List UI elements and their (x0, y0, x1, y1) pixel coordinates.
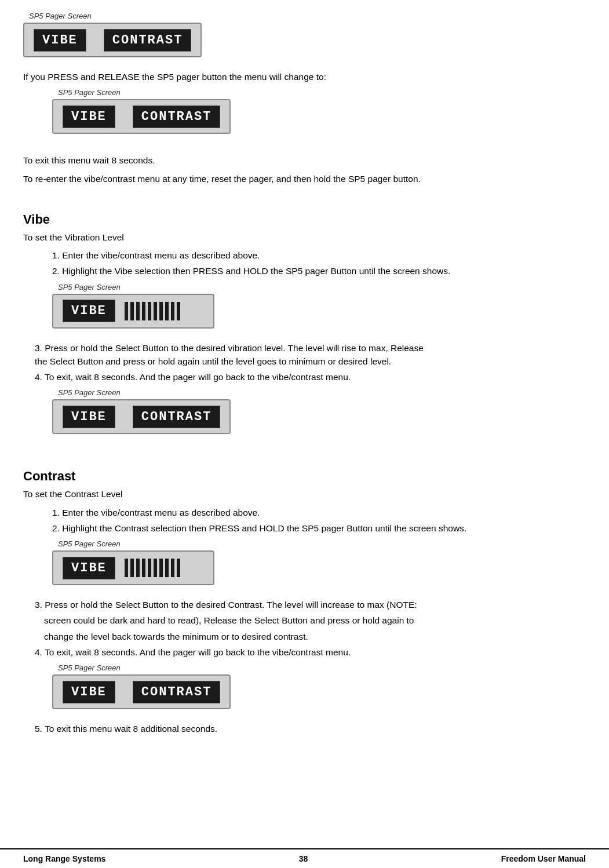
page-content: SP5 Pager Screen VIBE CONTRAST If you PR… (0, 0, 609, 772)
bar-c-1 (125, 559, 128, 577)
vibe-bars-1 (125, 301, 180, 322)
contrast-step3-line3: change the level back towards the minimu… (44, 630, 586, 643)
pager-screen-2: VIBE CONTRAST (52, 99, 231, 134)
page-footer: Long Range Systems 38 Freedom User Manua… (0, 848, 609, 868)
screen-label-5: SP5 Pager Screen (58, 539, 586, 548)
screen-container-4: SP5 Pager Screen VIBE CONTRAST (52, 388, 586, 442)
pager-screen-6: VIBE CONTRAST (52, 674, 231, 709)
screen-label-1: SP5 Pager Screen (29, 12, 586, 20)
vibe-intro: To set the Vibration Level (23, 231, 586, 244)
bar-c-2 (130, 559, 134, 577)
vibe-display-5: VIBE (63, 557, 115, 579)
screen-label-4: SP5 Pager Screen (58, 388, 586, 397)
screen-label-2: SP5 Pager Screen (58, 88, 586, 97)
contrast-step3-line2: screen could be dark and hard to read), … (44, 614, 586, 627)
bar-c-10 (177, 559, 180, 577)
vibe-display-6: VIBE (63, 681, 115, 703)
screen-label-6: SP5 Pager Screen (58, 663, 586, 672)
vibe-heading: Vibe (23, 212, 586, 227)
pager-screen-1: VIBE CONTRAST (23, 23, 202, 57)
bar-6 (154, 302, 157, 320)
bar-1 (125, 302, 128, 320)
footer-left: Long Range Systems (23, 854, 105, 863)
contrast-step4: 4. To exit, wait 8 seconds. And the page… (35, 645, 586, 659)
screen-container-2: SP5 Pager Screen VIBE CONTRAST (52, 88, 586, 142)
vibe-display-2: VIBE (63, 105, 115, 128)
screen-container-5: SP5 Pager Screen VIBE (52, 539, 586, 593)
bar-7 (159, 302, 163, 320)
footer-page-number: 38 (299, 854, 308, 863)
screen-container-1: SP5 Pager Screen VIBE CONTRAST (23, 12, 586, 65)
contrast-display-4: CONTRAST (133, 406, 221, 428)
contrast-display-1: CONTRAST (104, 29, 192, 52)
pager-screen-4: VIBE CONTRAST (52, 399, 231, 434)
contrast-display-2: CONTRAST (133, 105, 221, 128)
vibe-step4: 4. To exit, wait 8 seconds. And the page… (35, 370, 586, 384)
bar-c-3 (136, 559, 140, 577)
contrast-intro: To set the Contrast Level (23, 487, 586, 501)
bar-c-5 (148, 559, 151, 577)
screen-container-3: SP5 Pager Screen VIBE (52, 283, 586, 337)
vibe-display-3: VIBE (63, 300, 115, 322)
intro-text: If you PRESS and RELEASE the SP5 pager b… (23, 70, 586, 83)
bar-c-4 (142, 559, 145, 577)
footer-right: Freedom User Manual (501, 854, 586, 863)
bar-9 (171, 302, 174, 320)
bar-c-9 (171, 559, 174, 577)
bar-c-7 (159, 559, 163, 577)
contrast-step2: 2. Highlight the Contrast selection then… (52, 521, 586, 535)
bar-4 (142, 302, 145, 320)
contrast-step3-line1: 3. Press or hold the Select Button to th… (35, 598, 586, 611)
bar-5 (148, 302, 151, 320)
vibe-display-4: VIBE (63, 406, 115, 428)
contrast-display-6: CONTRAST (133, 681, 221, 703)
pager-screen-5: VIBE (52, 550, 214, 585)
bar-c-6 (154, 559, 157, 577)
bar-8 (165, 302, 169, 320)
bar-2 (130, 302, 134, 320)
vibe-step1: 1. Enter the vibe/contrast menu as descr… (52, 249, 586, 262)
contrast-step5: 5. To exit this menu wait 8 additional s… (35, 722, 586, 735)
vibe-step2: 2. Highlight the Vibe selection then PRE… (52, 264, 586, 278)
exit-text: To exit this menu wait 8 seconds. (23, 154, 586, 167)
screen-label-3: SP5 Pager Screen (58, 283, 586, 291)
vibe-bars-2 (125, 557, 180, 578)
vibe-step3: 3. Press or hold the Select Button to th… (35, 341, 586, 369)
bar-3 (136, 302, 140, 320)
bar-10 (177, 302, 180, 320)
reenter-text: To re-enter the vibe/contrast menu at an… (23, 172, 586, 185)
bar-c-8 (165, 559, 169, 577)
screen-container-6: SP5 Pager Screen VIBE CONTRAST (52, 663, 586, 717)
pager-screen-3: VIBE (52, 294, 214, 329)
contrast-heading: Contrast (23, 469, 586, 484)
contrast-step1: 1. Enter the vibe/contrast menu as descr… (52, 506, 586, 519)
vibe-display-1: VIBE (34, 29, 86, 52)
